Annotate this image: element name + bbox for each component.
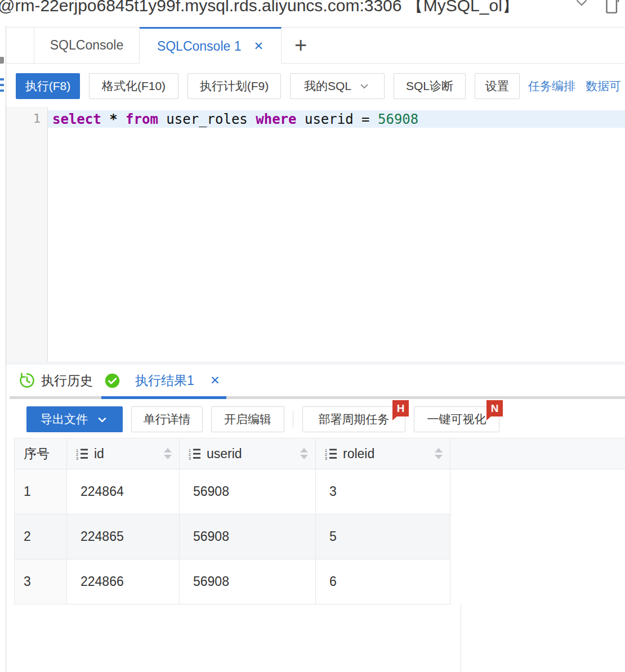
column-label: roleid [343, 446, 374, 462]
my-sql-label: 我的SQL [304, 78, 351, 94]
column-label: userid [207, 446, 242, 462]
sql-code-line[interactable]: select * from user_roles where userid = … [48, 110, 625, 128]
task-orchestration-link[interactable]: 任务编排 [528, 72, 575, 100]
results-action-bar: 导出文件 单行详情 开启编辑 部署周期任务 H 一键可视化 N [6, 404, 625, 434]
success-icon [104, 373, 120, 389]
column-label: id [94, 446, 104, 462]
tab-label: SQLConsole 1 [157, 39, 242, 54]
svg-text:3: 3 [76, 456, 78, 460]
header-filler [450, 438, 625, 469]
tab-sqlconsole-1[interactable]: SQLConsole 1 ✕ [140, 27, 282, 64]
results-tab-bar: 执行历史 执行结果1 ✕ [6, 366, 625, 395]
ordered-list-icon: 1 2 3 [325, 448, 337, 460]
table-cell[interactable]: 56908 [179, 514, 315, 559]
column-label: 序号 [24, 445, 50, 463]
sql-token [118, 111, 126, 127]
console-tab-bar: SQLConsole SQLConsole 1 ✕ + [6, 27, 625, 64]
table-cell[interactable]: 5 [315, 514, 450, 559]
table-cell[interactable]: 6 [315, 559, 450, 604]
editor-line-number: 1 [33, 111, 41, 126]
settings-button[interactable]: 设置 [475, 73, 520, 99]
result-tab[interactable]: 执行结果1 [135, 366, 194, 395]
deploy-label: 部署周期任务 [319, 411, 390, 427]
one-click-visualize-button[interactable]: 一键可视化 N [414, 406, 499, 432]
explain-plan-button[interactable]: 执行计划(F9) [188, 73, 281, 99]
ordered-list-icon: 1 2 3 [189, 448, 201, 460]
result-table: 序号 1 2 3 id 1 2 3 [14, 438, 625, 604]
table-header-row: 序号 1 2 3 id 1 2 3 [14, 438, 625, 469]
left-rail-fragment[interactable] [0, 57, 4, 64]
table-cell[interactable]: 224865 [66, 514, 179, 559]
svg-text:1: 1 [76, 448, 78, 452]
my-sql-dropdown[interactable]: 我的SQL [290, 73, 385, 99]
hot-badge: H [392, 400, 409, 416]
copy-connection-icon[interactable] [601, 0, 623, 18]
row-index-cell: 2 [14, 514, 66, 559]
chevron-down-icon [96, 413, 109, 426]
editor-gutter: 1 [6, 107, 48, 361]
data-visualization-link[interactable]: 数据可 [586, 72, 621, 100]
below-table-divider [461, 604, 461, 672]
sql-diagnose-button[interactable]: SQL诊断 [394, 73, 466, 99]
sort-icon[interactable] [164, 448, 172, 459]
sql-toolbar: 执行(F8) 格式化(F10) 执行计划(F9) 我的SQL SQL诊断 设置 … [0, 72, 625, 101]
table-row[interactable]: 3224866569086 [14, 559, 451, 604]
svg-text:2: 2 [325, 452, 327, 456]
sql-token: user_roles [158, 111, 256, 127]
table-row[interactable]: 1224864569083 [14, 469, 451, 514]
row-index-cell: 3 [14, 559, 66, 604]
col-id-header[interactable]: 1 2 3 id [66, 438, 179, 469]
dms-sql-console: @rm-22erjpo6845t1y99f.mysql.rds.aliyuncs… [0, 0, 625, 672]
history-icon [18, 371, 36, 389]
tab-bar-divider [6, 63, 625, 64]
svg-text:1: 1 [189, 448, 191, 452]
enable-edit-button[interactable]: 开启编辑 [211, 406, 284, 432]
close-tab-icon[interactable]: ✕ [253, 39, 264, 53]
action-divider [293, 411, 293, 428]
svg-text:2: 2 [76, 452, 78, 456]
svg-text:3: 3 [325, 456, 327, 460]
table-cell[interactable]: 224866 [66, 559, 179, 604]
sql-token [101, 111, 109, 127]
deploy-periodic-task-button[interactable]: 部署周期任务 H [302, 406, 405, 432]
connection-title: @rm-22erjpo6845t1y99f.mysql.rds.aliyuncs… [0, 0, 519, 17]
new-tab-button[interactable]: + [287, 28, 315, 63]
panel-separator [6, 361, 625, 365]
sql-token: 56908 [378, 111, 418, 127]
table-cell[interactable]: 3 [315, 469, 450, 514]
col-index-header: 序号 [14, 438, 66, 469]
export-label: 导出文件 [41, 411, 88, 427]
tab-sqlconsole[interactable]: SQLConsole [34, 28, 140, 63]
result-rows: 122486456908322248655690853224866569086 [14, 469, 625, 604]
svg-text:3: 3 [189, 456, 191, 460]
sql-token: select [52, 111, 101, 127]
chevron-down-icon [358, 80, 370, 92]
svg-text:2: 2 [189, 452, 191, 456]
row-detail-button[interactable]: 单行详情 [131, 406, 203, 432]
table-cell[interactable]: 224864 [66, 469, 179, 514]
sort-icon[interactable] [435, 448, 443, 459]
visualize-label: 一键可视化 [427, 411, 486, 427]
export-file-button[interactable]: 导出文件 [26, 406, 123, 432]
format-button[interactable]: 格式化(F10) [89, 73, 178, 99]
result-tab-close-icon[interactable]: ✕ [210, 366, 220, 395]
ordered-list-icon: 1 2 3 [76, 448, 88, 460]
row-index-cell: 1 [14, 469, 66, 514]
col-userid-header[interactable]: 1 2 3 userid [179, 438, 315, 469]
tab-label: SQLConsole [50, 38, 123, 53]
col-roleid-header[interactable]: 1 2 3 roleid [315, 438, 450, 469]
run-button[interactable]: 执行(F8) [16, 73, 80, 99]
sql-editor[interactable]: 1 select * from user_roles where userid … [6, 107, 625, 361]
active-tab-underline [101, 396, 226, 399]
sql-token: from [126, 111, 158, 127]
svg-text:1: 1 [325, 448, 327, 452]
table-cell[interactable]: 56908 [179, 469, 315, 514]
sql-token: userid = [297, 111, 378, 127]
table-cell[interactable]: 56908 [179, 559, 315, 604]
table-row[interactable]: 2224865569085 [14, 514, 451, 559]
sql-token: * [109, 111, 117, 127]
new-badge: N [486, 400, 503, 416]
sort-icon[interactable] [300, 448, 308, 459]
connection-dropdown-icon[interactable] [572, 0, 591, 14]
execution-history-tab[interactable]: 执行历史 [41, 366, 93, 395]
